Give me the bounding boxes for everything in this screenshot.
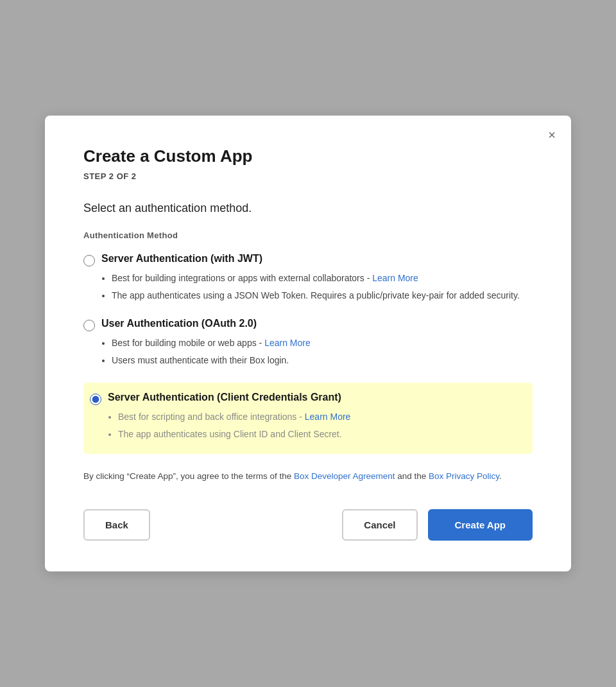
terms-text-before: By clicking “Create App”, you agree to t… [83,471,294,481]
option-ccg-label: Server Authentication (Client Credential… [108,392,341,403]
modal-overlay: × Create a Custom App STEP 2 OF 2 Select… [0,0,616,687]
option-ccg-bullet-2: The app authenticates using Client ID an… [118,428,522,441]
option-jwt-bullet-1: Best for building integrations or apps w… [112,272,533,285]
radio-jwt[interactable] [83,255,95,266]
option-jwt: Server Authentication (with JWT) Best fo… [83,253,533,302]
auth-method-label: Authentication Method [83,230,533,240]
option-jwt-bullet-2: The app authenticates using a JSON Web T… [112,289,533,302]
option-ccg-bullet-1: Best for scripting and back office integ… [118,410,522,424]
option-ccg: Server Authentication (Client Credential… [83,383,533,454]
option-jwt-label: Server Authentication (with JWT) [101,253,262,265]
option-oauth-bullet-1-text: Best for building mobile or web apps - [112,338,264,348]
option-oauth-bullet-2: Users must authenticate with their Box l… [112,354,533,367]
modal-title: Create a Custom App [83,146,533,166]
option-oauth-label: User Authentication (OAuth 2.0) [101,318,257,329]
cancel-button[interactable]: Cancel [342,509,417,541]
option-ccg-bullets: Best for scripting and back office integ… [108,410,522,441]
footer-right-buttons: Cancel Create App [342,509,533,541]
option-jwt-bullet-1-text: Best for building integrations or apps w… [112,273,372,283]
section-prompt: Select an authentication method. [83,202,533,215]
create-app-button[interactable]: Create App [428,509,533,541]
footer-buttons: Back Cancel Create App [83,509,533,541]
jwt-learn-more-link[interactable]: Learn More [372,273,418,283]
terms-text-after: . [499,471,502,481]
option-oauth: User Authentication (OAuth 2.0) Best for… [83,318,533,367]
option-oauth-bullets: Best for building mobile or web apps - L… [101,336,533,367]
option-ccg-bullet-1-text: Best for scripting and back office integ… [118,412,305,422]
option-jwt-bullets: Best for building integrations or apps w… [101,272,533,302]
terms-text-middle: and the [395,471,429,481]
oauth-learn-more-link[interactable]: Learn More [264,338,311,348]
ccg-learn-more-link[interactable]: Learn More [305,412,351,422]
back-button[interactable]: Back [83,509,150,541]
option-oauth-bullet-1: Best for building mobile or web apps - L… [112,336,533,350]
developer-agreement-link[interactable]: Box Developer Agreement [294,471,395,481]
radio-oauth[interactable] [83,320,95,331]
close-icon: × [548,128,556,142]
close-button[interactable]: × [548,128,556,141]
terms-text: By clicking “Create App”, you agree to t… [83,469,533,484]
radio-ccg[interactable] [90,394,101,405]
privacy-policy-link[interactable]: Box Privacy Policy [429,471,499,481]
step-label: STEP 2 OF 2 [83,171,533,181]
modal-dialog: × Create a Custom App STEP 2 OF 2 Select… [45,116,571,572]
